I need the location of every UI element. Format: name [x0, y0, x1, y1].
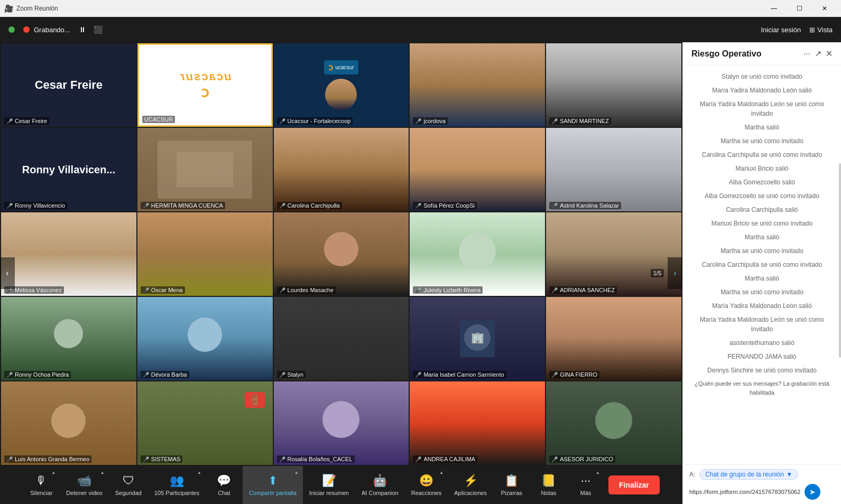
video-cell-fortalecoop[interactable]: ↄ ucacsur 🎤 Ucacsur - Fortalececoop	[274, 43, 409, 127]
send-button[interactable]: ➤	[805, 484, 820, 500]
mute-icon-asesor: 🎤	[551, 456, 558, 462]
sandi-label: SANDI MARTINEZ	[560, 118, 609, 124]
zoom-icon: 🎥	[4, 4, 13, 13]
toolbar-whiteboard[interactable]: 📋 Pizarras	[493, 466, 530, 504]
video-area: ‹ 1/5 Cesar Freire 🎤 Cesar Freire ucacsu…	[0, 42, 682, 504]
chat-link: https://form.jotform.com/241576783075062	[689, 489, 800, 495]
asesor-label: ASESOR JURIDICO	[560, 456, 613, 462]
video-cell-hermita[interactable]: 🎤 HERMITA MINGA CUENCA	[137, 128, 273, 211]
scrollbar-thumb[interactable]	[839, 163, 841, 358]
chat-msg-1: María Yadira Maldonado León salió	[683, 83, 841, 97]
toolbar-notes[interactable]: 📒 Notas	[530, 466, 567, 504]
mute-icon-sandi: 🎤	[551, 118, 558, 124]
mute-icon-ronny-o: 🎤	[6, 372, 13, 378]
video-cell-gina[interactable]: 🎤 GINA FIERRO	[546, 297, 681, 380]
nav-arrow-right[interactable]: ›	[668, 257, 682, 289]
ronny-participant-name: 🎤 Ronny Villavicencio	[4, 202, 67, 209]
ucacsur-logo: ucacsur ↄ	[152, 61, 258, 109]
maximize-button[interactable]: ☐	[787, 0, 811, 17]
astrid-participant-name: 🎤 Astrid Karolina Salazar	[549, 202, 621, 209]
video-cell-asesor[interactable]: 🎤 ASESOR JURIDICO	[546, 381, 681, 465]
video-cell-ucacsur[interactable]: ucacsur ↄ UCACSUR	[137, 43, 273, 127]
toolbar-companion[interactable]: 🤖 AI Companion	[355, 466, 405, 504]
toolbar-chat[interactable]: 💬 Chat	[206, 466, 243, 504]
video-cell-andrea[interactable]: 🎤 ANDREA CAJILIMA	[410, 381, 545, 465]
video-cell-ronny-o[interactable]: 🎤 Ronny Ochoa Piedra	[1, 297, 136, 380]
video-cell-melissa[interactable]: 🎤 Melissa Vásconez	[1, 212, 136, 296]
pause-button[interactable]: ⏸	[79, 25, 86, 34]
juleidy-participant-name: 🎤 Juleidy Lizbeth Rivera	[413, 286, 483, 294]
toolbar-video[interactable]: ▲ 📹 Detener video	[60, 466, 109, 504]
chat-msg-11: Martha salió	[683, 230, 841, 244]
mute-icon-lourdes: 🎤	[279, 287, 285, 293]
toolbar-share[interactable]: ▲ ⬆ Compartir pantalla	[243, 466, 303, 504]
window-title: Zoom Reunión	[16, 5, 762, 12]
video-cell-sofia[interactable]: 🎤 Sofía Pérez CoopSi	[410, 128, 545, 211]
notes-label: Notas	[541, 490, 557, 496]
green-dot	[8, 26, 15, 33]
video-cell-adriana[interactable]: 🎤 ADRIANA SANCHEZ	[546, 212, 681, 296]
ronny-o-label: Ronny Ochoa Piedra	[15, 371, 69, 378]
toolbar-apps[interactable]: ⚡ Aplicaciones	[448, 466, 493, 504]
recording-indicator: Grabando... ⏸ ⬛	[8, 25, 103, 34]
side-panel: Riesgo Operativo ··· ↗ ✕ Stalyn se unió …	[682, 42, 841, 504]
video-cell-carolina[interactable]: 🎤 Carolina Carchipulla	[274, 128, 409, 211]
summary-icon: 📝	[322, 474, 336, 488]
melissa-label: Melissa Vásconez	[15, 287, 62, 293]
video-cell-oscar[interactable]: 🎤 Oscar Mena	[137, 212, 273, 296]
toolbar-mute[interactable]: ▲ 🎙 Silenciar	[23, 466, 60, 504]
fortalecoop-participant-name: 🎤 Ucacsur - Fortalececoop	[277, 117, 353, 125]
video-cell-rosalia[interactable]: 🎤 Rosalía Bolaños_CACEL	[274, 381, 409, 465]
luis-participant-name: 🎤 Luis Antonio Granda Bermeo	[4, 455, 91, 463]
astrid-label: Astrid Karolina Salazar	[560, 202, 619, 209]
video-cell-cesar[interactable]: Cesar Freire 🎤 Cesar Freire	[1, 43, 136, 127]
sistemas-participant-name: 🎤 SISTEMAS	[141, 455, 183, 463]
toolbar-more[interactable]: ▲ ··· Más	[567, 466, 604, 504]
video-cell-juleidy[interactable]: 🎤 Juleidy Lizbeth Rivera	[410, 212, 545, 296]
video-cell-stalyn[interactable]: 🎤 Stalyn	[274, 297, 409, 380]
mute-icon-sistemas: 🎤	[143, 456, 149, 462]
chat-msg-8: Alba Gomezcoello se unió como invitado	[683, 189, 841, 203]
mute-icon-cesar: 🎤	[6, 118, 13, 124]
popout-button[interactable]: ↗	[815, 49, 821, 59]
nav-arrow-left[interactable]: ‹	[0, 257, 15, 289]
toolbar-security[interactable]: 🛡 Seguridad	[109, 466, 148, 504]
minimize-button[interactable]: —	[762, 0, 786, 17]
view-button[interactable]: ⊞ Vista	[809, 26, 833, 34]
video-cell-sandi[interactable]: 🎤 SANDI MARTINEZ	[546, 43, 681, 127]
toolbar-reactions[interactable]: ▲ 😀 Reacciones	[405, 466, 448, 504]
carolina-label: Carolina Carchipulla	[288, 202, 340, 209]
end-button[interactable]: Finalizar	[608, 475, 660, 494]
video-cell-astrid[interactable]: 🎤 Astrid Karolina Salazar	[546, 128, 681, 211]
chat-msg-3: Martha salió	[683, 120, 841, 134]
signin-button[interactable]: Iniciar sesión	[761, 26, 801, 34]
view-label: Vista	[817, 26, 833, 34]
chat-msg-19: FERNANDO JAMA salió	[683, 350, 841, 363]
more-label: Más	[580, 490, 592, 496]
recipient-selector[interactable]: Chat de grupo de la reunión ▼	[699, 469, 798, 480]
video-cell-jcordova[interactable]: 🎤 jcordova	[410, 43, 545, 127]
chat-label: Chat	[218, 490, 230, 496]
oscar-label: Oscar Mena	[151, 287, 183, 293]
toolbar-summary[interactable]: 📝 Iniciar resumen	[303, 466, 355, 504]
video-cell-ronny[interactable]: Ronny Villavicen... 🎤 Ronny Villavicenci…	[1, 128, 136, 211]
more-options-button[interactable]: ···	[803, 49, 810, 59]
video-cell-luis[interactable]: 🎤 Luis Antonio Granda Bermeo	[1, 381, 136, 465]
maria-isabel-participant-name: 🎤 Maria Isabel Carrion Sarmiento	[413, 371, 506, 378]
share-expand-arrow: ▲	[294, 470, 299, 475]
close-button[interactable]: ✕	[812, 0, 837, 17]
close-panel-button[interactable]: ✕	[826, 49, 833, 59]
stalyn-label: Stalyn	[288, 371, 304, 378]
more-expand-arrow: ▲	[596, 470, 600, 475]
reactions-expand-arrow: ▲	[439, 470, 443, 475]
video-cell-maria-isabel[interactable]: 🏢 🎤 Maria Isabel Carrion Sarmiento	[410, 297, 545, 380]
video-cell-lourdes[interactable]: 🎤 Lourdes Masache	[274, 212, 409, 296]
video-cell-devora[interactable]: 🎤 Dévora Barba	[137, 297, 273, 380]
video-cell-sistemas[interactable]: 🚪 🎤 SISTEMAS	[137, 381, 273, 465]
andrea-participant-name: 🎤 ANDREA CAJILIMA	[413, 455, 477, 463]
more-icon: ···	[581, 474, 590, 488]
video-icon: 📹	[77, 474, 91, 488]
chat-msg-10: Mariuxi Bricio se unió como invitado	[683, 217, 841, 230]
toolbar-participants[interactable]: ▲ 👥 105 Participantes	[148, 466, 206, 504]
stop-button[interactable]: ⬛	[94, 25, 103, 34]
